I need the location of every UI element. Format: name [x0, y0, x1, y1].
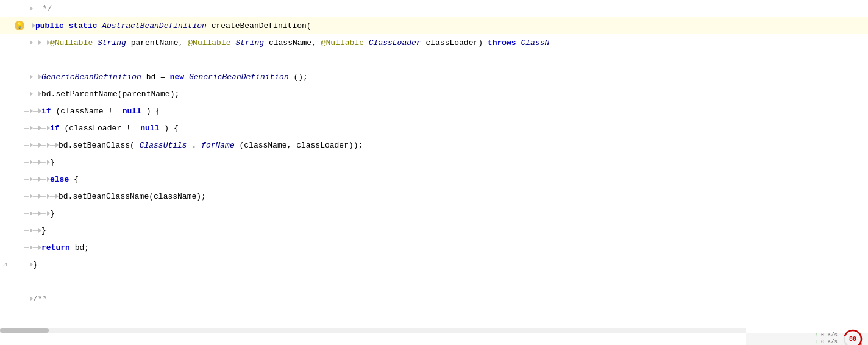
- indent-12d: [50, 194, 59, 199]
- code-line-3: @Nullable String parentName, @Nullable S…: [0, 34, 868, 51]
- kw-null-7: null: [123, 107, 141, 116]
- horizontal-scrollbar[interactable]: [0, 328, 746, 333]
- indent-7a: [24, 108, 33, 113]
- indent-12c: [41, 194, 50, 199]
- type-gbd: GenericBeanDefinition: [41, 73, 141, 82]
- line-content-6: bd.setParentName(parentName);: [41, 90, 868, 99]
- param-type-1: String: [98, 38, 126, 48]
- indent-10b: [33, 160, 41, 165]
- code-area: */ 💡 public static AbstractBeanDefinitio…: [0, 0, 868, 333]
- scrollbar-thumb[interactable]: [0, 328, 49, 333]
- line-content-15: return bd;: [41, 243, 868, 252]
- indent-13a: [24, 211, 33, 216]
- indent-8c: [41, 126, 50, 130]
- status-bar: ↑ 0 K/s ↓ 0 K/s 80 %: [746, 333, 868, 345]
- code-line-2: 💡 public static AbstractBeanDefinition c…: [0, 17, 868, 34]
- indent-5b: [33, 74, 41, 79]
- indent-13c: [41, 211, 50, 216]
- annotation-nullable-1: @Nullable: [50, 38, 93, 48]
- memory-indicator[interactable]: 80 %: [842, 329, 863, 345]
- code-line-5: GenericBeanDefinition bd = new GenericBe…: [0, 68, 868, 85]
- kw-new-5: new: [170, 73, 184, 82]
- code-line-13: }: [0, 205, 868, 222]
- network-down: ↓ 0 K/s: [814, 339, 838, 345]
- indent-16a: [24, 262, 33, 267]
- line-content-1: */: [33, 4, 868, 13]
- indent-9b: [33, 143, 41, 148]
- indent-15a: [24, 245, 33, 250]
- indent-8a: [24, 126, 33, 130]
- code-line-6: bd.setParentName(parentName);: [0, 85, 868, 102]
- indent-3b: [33, 40, 41, 45]
- code-line-9: bd.setBeanClass( ClassUtils . forName (c…: [0, 137, 868, 154]
- indent-8b: [33, 126, 41, 130]
- line-content-16: }: [33, 260, 868, 269]
- indent-12a: [24, 194, 33, 199]
- indent-seg-2a: [27, 23, 35, 28]
- kw-return-15: return: [41, 243, 70, 252]
- annotation-nullable-3: @Nullable: [321, 38, 364, 48]
- memory-percent-sign: %: [859, 343, 862, 345]
- throws-class: ClassN: [521, 38, 549, 48]
- annotation-nullable-2: @Nullable: [188, 38, 230, 48]
- indent-9d: [50, 143, 59, 148]
- line-content-9: bd.setBeanClass( ClassUtils . forName (c…: [59, 141, 868, 150]
- memory-percent: 80: [849, 336, 856, 343]
- indent-13b: [33, 211, 41, 216]
- kw-if-8: if: [50, 124, 60, 133]
- line-content-13: }: [50, 209, 868, 218]
- indent-14a: [24, 228, 33, 233]
- indent-seg-1a: [24, 6, 33, 11]
- indent-7b: [33, 108, 41, 113]
- indent-3c: [41, 40, 50, 45]
- line-content-2: public static AbstractBeanDefinition cre…: [35, 21, 868, 30]
- indent-18a: [24, 296, 33, 301]
- code-line-18: /**: [0, 290, 868, 307]
- code-line-4: [0, 51, 868, 68]
- code-line-11: else {: [0, 171, 868, 188]
- hint-icon-2[interactable]: 💡: [15, 21, 24, 30]
- line-content-3: @Nullable String parentName, @Nullable S…: [50, 38, 868, 48]
- indent-10a: [24, 160, 33, 165]
- code-line-16: ⊿ }: [0, 256, 868, 273]
- code-line-1: */: [0, 0, 868, 17]
- indent-10c: [41, 160, 50, 165]
- indent-5a: [24, 74, 33, 79]
- line-content-12: bd.setBeanClassName(className);: [59, 192, 868, 201]
- indent-3a: [24, 40, 33, 45]
- code-line-8: if (classLoader != null ) {: [0, 119, 868, 137]
- new-gbd: GenericBeanDefinition: [189, 73, 289, 82]
- indent-11b: [33, 177, 41, 182]
- kw-null-8: null: [140, 124, 159, 133]
- line-content-7: if (className != null ) {: [41, 107, 868, 116]
- network-stats: ↑ 0 K/s ↓ 0 K/s: [814, 332, 838, 345]
- indent-12b: [33, 194, 41, 199]
- line-content-11: else {: [50, 175, 868, 184]
- kw-if-7: if: [41, 107, 51, 116]
- indent-6a: [24, 91, 33, 96]
- kw-static: static: [69, 21, 98, 30]
- code-line-12: bd.setBeanClassName(className);: [0, 188, 868, 205]
- network-up: ↑ 0 K/s: [814, 332, 838, 339]
- fold-gutter-16: ⊿: [2, 261, 15, 268]
- code-line-15: return bd;: [0, 239, 868, 256]
- indent-6b: [33, 91, 41, 96]
- forname: forName: [201, 141, 235, 150]
- kw-public: public: [35, 21, 64, 30]
- indent-11a: [24, 177, 33, 182]
- indent-11c: [41, 177, 50, 182]
- indent-14b: [33, 228, 41, 233]
- indent-15b: [33, 245, 41, 250]
- param-type-3: ClassLoader: [369, 38, 421, 48]
- code-line-7: if (className != null ) {: [0, 102, 868, 119]
- indent-9c: [41, 143, 50, 148]
- code-editor: */ 💡 public static AbstractBeanDefinitio…: [0, 0, 868, 345]
- param-type-2: String: [235, 38, 264, 48]
- return-type: AbstractBeanDefinition: [102, 21, 207, 30]
- line-content-8: if (classLoader != null ) {: [50, 124, 868, 133]
- line-content-14: }: [41, 226, 868, 235]
- method-name: createBeanDefinition(: [212, 21, 311, 30]
- fold-btn-16[interactable]: ⊿: [2, 261, 7, 268]
- code-line-17: [0, 273, 868, 290]
- kw-else-11: else: [50, 175, 69, 184]
